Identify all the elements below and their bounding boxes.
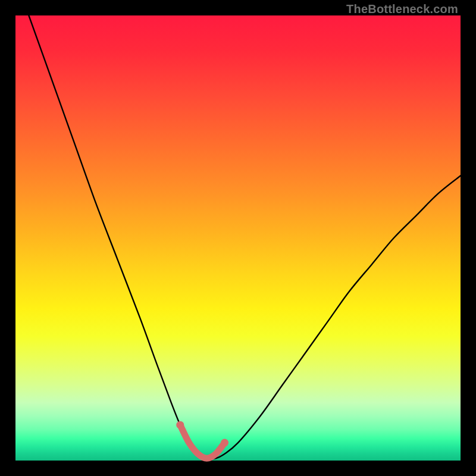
highlight-dot-left [176,421,184,429]
chart-frame: TheBottleneck.com [0,0,476,476]
chart-svg [15,15,461,461]
optimal-zone-highlight [180,425,225,458]
watermark-text: TheBottleneck.com [346,2,458,16]
highlight-dot-right [221,439,228,447]
bottleneck-curve [29,15,461,459]
